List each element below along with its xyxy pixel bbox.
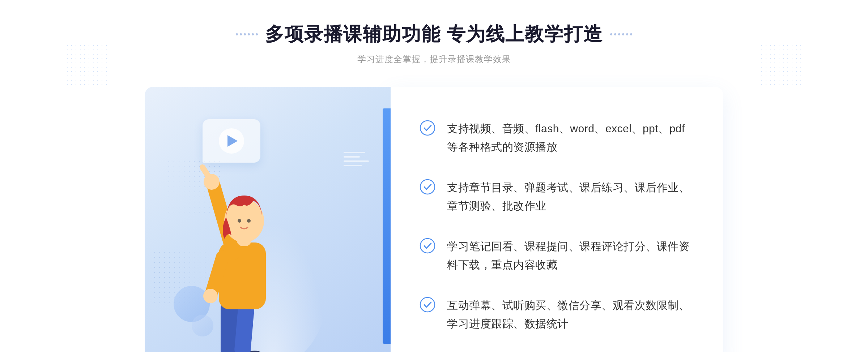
svg-point-14 — [247, 219, 251, 223]
line-deco-4 — [344, 165, 362, 166]
svg-point-10 — [203, 289, 218, 303]
check-icon-3 — [420, 238, 435, 254]
feature-text-3: 学习笔记回看、课程提问、课程评论打分、课件资料下载，重点内容收藏 — [447, 237, 694, 274]
feature-item-2: 支持章节目录、弹题考试、课后练习、课后作业、章节测验、批改作业 — [420, 167, 694, 226]
feature-item-1: 支持视频、音频、flash、word、excel、ppt、pdf等各种格式的资源… — [420, 108, 694, 167]
check-icon-4 — [420, 297, 435, 313]
header-section: 多项录播课辅助功能 专为线上教学打造 学习进度全掌握，提升录播课教学效果 — [0, 22, 868, 65]
play-triangle-icon — [227, 135, 238, 147]
svg-point-18 — [420, 297, 435, 312]
lines-decoration — [344, 152, 369, 166]
features-panel: 支持视频、音频、flash、word、excel、ppt、pdf等各种格式的资源… — [391, 87, 723, 352]
check-icon-1 — [420, 120, 435, 136]
page-subtitle: 学习进度全掌握，提升录播课教学效果 — [357, 53, 511, 65]
title-decorator-right — [610, 33, 632, 35]
title-row: 多项录播课辅助功能 专为线上教学打造 — [236, 22, 632, 47]
page-title: 多项录播课辅助功能 专为线上教学打造 — [265, 22, 603, 47]
line-deco-1 — [344, 152, 365, 153]
content-area: » — [145, 87, 723, 352]
check-icon-2 — [420, 179, 435, 195]
illustration-panel — [145, 87, 391, 352]
svg-point-13 — [238, 219, 241, 223]
feature-item-3: 学习笔记回看、课程提问、课程评论打分、课件资料下载，重点内容收藏 — [420, 226, 694, 285]
feature-item-4: 互动弹幕、试听购买、微信分享、观看次数限制、学习进度跟踪、数据统计 — [420, 285, 694, 344]
svg-point-17 — [420, 239, 435, 253]
blue-accent-bar — [383, 108, 391, 344]
title-decorator-left — [236, 33, 258, 35]
line-deco-3 — [344, 160, 369, 162]
svg-line-8 — [203, 167, 208, 176]
feature-text-4: 互动弹幕、试听购买、微信分享、观看次数限制、学习进度跟踪、数据统计 — [447, 296, 694, 333]
line-deco-2 — [344, 156, 360, 158]
page-container: 多项录播课辅助功能 专为线上教学打造 学习进度全掌握，提升录播课教学效果 » — [0, 0, 868, 352]
feature-text-1: 支持视频、音频、flash、word、excel、ppt、pdf等各种格式的资源… — [447, 119, 694, 156]
feature-text-2: 支持章节目录、弹题考试、课后练习、课后作业、章节测验、批改作业 — [447, 178, 694, 215]
person-illustration — [181, 149, 304, 352]
svg-point-15 — [420, 121, 435, 135]
svg-point-16 — [420, 180, 435, 194]
